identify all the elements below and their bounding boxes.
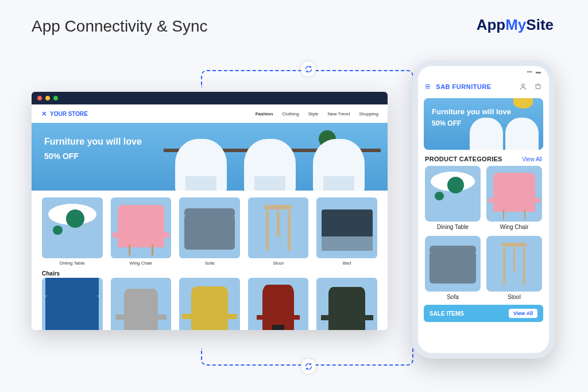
category-bed[interactable]: Bed [316, 197, 377, 266]
sale-items-banner[interactable]: SALE ITEMS View All [424, 305, 543, 322]
brand-logo: AppMySite [477, 16, 554, 34]
sync-icon [301, 359, 316, 374]
sale-title: SALE ITEMS [430, 311, 464, 317]
category-image [179, 197, 240, 258]
signal-icon: ▪▪▪ [527, 69, 532, 75]
user-icon[interactable] [519, 83, 527, 91]
category-image [248, 197, 309, 258]
brand-part-site: Site [526, 16, 554, 33]
category-label: Stool [486, 294, 542, 300]
app-header: ≡ SAB FURNITURE [418, 77, 549, 96]
window-minimize-icon[interactable] [45, 96, 50, 100]
store-name: YOUR STORE [50, 111, 88, 117]
product-chair-blue[interactable] [42, 278, 103, 330]
hero-chair-graphic [244, 139, 296, 191]
website-hero-banner[interactable]: Furniture you will love 50% OFF [32, 123, 388, 191]
category-image [42, 197, 103, 258]
category-row-2 [32, 278, 388, 330]
category-image [425, 236, 481, 292]
app-categories-title: PRODUCT CATEGORIES [425, 156, 502, 162]
category-image [486, 166, 542, 222]
category-sofa[interactable]: Sofa [179, 197, 240, 266]
product-image [111, 278, 172, 330]
sale-view-all-button[interactable]: View All [509, 309, 537, 318]
nav-item-clothing[interactable]: Clothing [282, 111, 299, 117]
mobile-app-device: ▪▪▪ ▬ ≡ SAB FURNITURE Furniture you will… [412, 60, 555, 359]
nav-item-newtrend[interactable]: New Trend [328, 111, 350, 117]
app-hero-headline: Furniture you will love [432, 107, 535, 116]
website-browser-window: YOUR STORE Fashion Clothing Style New Tr… [32, 92, 388, 330]
page-title: App Connectivity & Sync [32, 17, 208, 36]
category-label: Sofa [179, 261, 240, 266]
app-category-wing-chair[interactable]: Wing Chair [486, 166, 542, 230]
battery-icon: ▬ [536, 69, 541, 75]
category-wing-chair[interactable]: Wing Chair [111, 197, 172, 266]
category-dining-table[interactable]: Dining Table [42, 197, 103, 266]
category-image [425, 166, 481, 222]
phone-status-bar: ▪▪▪ ▬ [418, 66, 549, 77]
browser-chrome [32, 92, 388, 104]
category-image [316, 197, 377, 258]
app-category-stool[interactable]: Stool [486, 236, 542, 300]
hero-chair-graphic [505, 118, 539, 150]
category-label: Wing Chair [486, 224, 542, 230]
hero-chair-graphic [470, 118, 503, 150]
category-image [111, 197, 172, 258]
product-image [248, 278, 309, 330]
nav-item-fashion[interactable]: Fashion [256, 111, 273, 117]
product-chair-yellow[interactable] [179, 278, 240, 330]
category-label: Wing Chair [111, 261, 172, 266]
nav-item-style[interactable]: Style [308, 111, 319, 117]
app-categories-section: PRODUCT CATEGORIES View All Dining Table… [418, 156, 549, 300]
brand-part-app: App [477, 16, 506, 33]
app-category-dining-table[interactable]: Dining Table [425, 166, 481, 230]
product-chair-dark[interactable] [316, 278, 377, 330]
hero-chair-graphic [175, 139, 227, 191]
category-row-1: Dining Table Wing Chair Sofa Stool Bed [32, 191, 388, 269]
cart-icon[interactable] [534, 83, 542, 91]
category-label: Sofa [425, 294, 481, 300]
product-image [42, 278, 103, 330]
menu-icon[interactable]: ≡ [425, 81, 430, 92]
nav-item-shopping[interactable]: Shopping [359, 111, 378, 117]
category-label: Dining Table [425, 224, 481, 230]
section-title-chairs: Chairs [32, 269, 388, 278]
window-maximize-icon[interactable] [53, 96, 58, 100]
product-chair-red[interactable] [248, 278, 309, 330]
category-label: Bed [316, 261, 377, 266]
website-header: YOUR STORE Fashion Clothing Style New Tr… [32, 104, 388, 123]
product-image [316, 278, 377, 330]
product-chair-grey[interactable] [111, 278, 172, 330]
store-logo[interactable]: YOUR STORE [41, 110, 88, 117]
window-close-icon[interactable] [37, 96, 42, 100]
product-image [179, 278, 240, 330]
sync-icon [301, 61, 316, 76]
app-title: SAB FURNITURE [436, 83, 491, 90]
brand-part-my: My [505, 16, 526, 33]
app-hero-banner[interactable]: Furniture you will love 50% OFF [424, 98, 543, 150]
view-all-link[interactable]: View All [522, 156, 542, 162]
category-stool[interactable]: Stool [248, 197, 309, 266]
category-label: Stool [248, 261, 309, 266]
app-category-sofa[interactable]: Sofa [425, 236, 481, 300]
website-nav: Fashion Clothing Style New Trend Shoppin… [256, 111, 378, 117]
svg-point-0 [522, 84, 525, 87]
category-label: Dining Table [42, 261, 103, 266]
hero-chair-graphic [313, 139, 365, 191]
category-image [486, 236, 542, 292]
